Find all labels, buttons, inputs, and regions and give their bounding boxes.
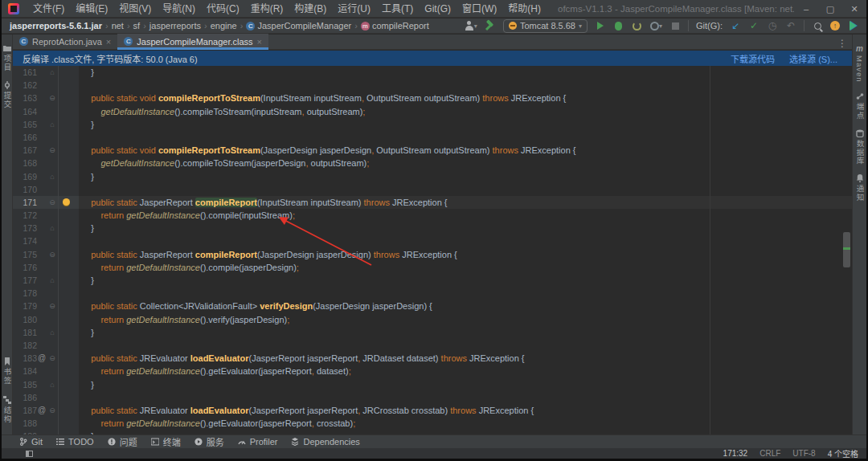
menubar-item[interactable]: 工具(T) <box>376 3 419 14</box>
code-line[interactable]: 177⌂ } <box>13 274 852 287</box>
stripe-item-structure[interactable]: 结构 <box>2 396 13 423</box>
fold-marker-icon[interactable]: ⌂ <box>47 170 58 183</box>
toolwindow-button-dependencies[interactable]: Dependencies <box>291 437 359 447</box>
line-number[interactable]: 182 <box>13 339 37 352</box>
code-line[interactable]: 176 return getDefaultInstance().compile(… <box>13 261 852 274</box>
breadcrumb-item[interactable]: engine <box>211 21 237 31</box>
code-line[interactable]: 185⌂ } <box>13 378 852 391</box>
line-number[interactable]: 163 <box>13 92 37 104</box>
line-separator-widget[interactable]: CRLF <box>760 449 780 458</box>
stripe-item-notifications[interactable]: 通知 <box>854 174 866 202</box>
editor-gutter[interactable]: 169⌂ <box>13 170 79 183</box>
code-line[interactable]: 180 return getDefaultInstance().verify(j… <box>13 313 852 326</box>
intention-bulb-icon[interactable] <box>63 198 70 206</box>
line-number[interactable]: 176 <box>13 261 37 274</box>
code-line[interactable]: 166 <box>13 131 852 144</box>
stripe-item-database[interactable]: 数据库 <box>854 129 866 165</box>
code-editor[interactable]: 161⌂ }162163⊖ public static void compile… <box>13 66 852 434</box>
vcs-history-button[interactable]: ◷ <box>767 19 778 32</box>
editor-gutter[interactable]: 178 <box>13 287 79 300</box>
line-number[interactable]: 177 <box>13 274 37 287</box>
search-everywhere-button[interactable] <box>812 19 823 32</box>
editor-gutter[interactable]: 182 <box>13 339 79 352</box>
code-line[interactable]: 188 return getDefaultInstance().getEvalu… <box>13 417 852 430</box>
breadcrumb-item[interactable]: jasperreports <box>149 21 201 31</box>
fold-marker-icon[interactable]: ⌂ <box>47 274 58 287</box>
editor-gutter[interactable]: 166 <box>13 131 79 144</box>
code-line[interactable]: 170 <box>13 183 852 196</box>
menubar-item[interactable]: 重构(R) <box>245 3 289 14</box>
vcs-commit-button[interactable]: ✓ <box>748 19 760 32</box>
fold-marker-icon[interactable]: ⌂ <box>47 118 58 131</box>
debug-button[interactable] <box>613 19 624 32</box>
code-line[interactable]: 187@⊖ public static JREvaluator loadEval… <box>13 404 852 417</box>
editor-gutter[interactable]: 187@⊖ <box>13 404 79 417</box>
editor-gutter[interactable]: 177⌂ <box>13 274 79 287</box>
code-line[interactable]: 165⌂ } <box>13 118 852 131</box>
editor-gutter[interactable]: 167⊖ <box>13 144 79 157</box>
line-number[interactable]: 165 <box>13 118 37 131</box>
editor-gutter[interactable]: 179⊖ <box>13 300 79 312</box>
editor-gutter[interactable]: 171⊖ <box>13 196 79 209</box>
line-number[interactable]: 169 <box>13 170 37 183</box>
code-line[interactable]: 164 getDefaultInstance().compileToStream… <box>13 105 852 118</box>
menubar-item[interactable]: 文件(F) <box>27 3 70 14</box>
code-line[interactable]: 167⊖ public static void compileReportToS… <box>13 144 852 157</box>
editor-gutter[interactable]: 184 <box>13 365 79 377</box>
menubar-item[interactable]: 视图(V) <box>113 3 157 14</box>
code-with-me-button[interactable] <box>847 19 858 32</box>
editor-gutter[interactable]: 172 <box>13 209 79 222</box>
toolwindow-button-services[interactable]: 服务 <box>194 435 224 448</box>
download-sources-link[interactable]: 下载源代码 <box>731 52 775 65</box>
menubar-item[interactable]: Git(G) <box>419 3 457 14</box>
editor-gutter[interactable]: 183@⊖ <box>13 352 79 365</box>
encoding-widget[interactable]: UTF-8 <box>792 449 815 458</box>
fold-marker-icon[interactable]: ⌂ <box>47 326 58 339</box>
fold-marker-icon[interactable]: ⊖ <box>47 352 58 365</box>
breadcrumb-item[interactable]: jasperreports-5.6.1.jar <box>10 21 102 31</box>
editor-gutter[interactable]: 164 <box>13 105 79 118</box>
editor-gutter[interactable]: 173⌂ <box>13 222 79 235</box>
stripe-item-endpoints[interactable]: 端点 <box>854 92 866 120</box>
line-number[interactable]: 175 <box>13 248 37 261</box>
breadcrumb-item[interactable]: sf <box>133 21 141 31</box>
editor-gutter[interactable]: 170 <box>13 183 79 196</box>
line-number[interactable]: 168 <box>13 157 37 169</box>
breadcrumb-item[interactable]: net <box>112 21 124 31</box>
profiler-button[interactable]: ▾ <box>650 19 662 32</box>
menubar-item[interactable]: 编辑(E) <box>70 3 113 14</box>
editor-gutter[interactable]: 174 <box>13 235 79 247</box>
minimize-button[interactable]: – <box>794 0 818 18</box>
fold-marker-icon[interactable]: ⊖ <box>47 300 58 312</box>
menubar-item[interactable]: 帮助(H) <box>502 3 547 14</box>
toolwindow-layout-icon[interactable] <box>26 451 33 457</box>
menubar-item[interactable]: 代码(C) <box>201 3 245 14</box>
code-line[interactable]: 183@⊖ public static JREvaluator loadEval… <box>13 352 852 365</box>
code-line[interactable]: 178 <box>13 287 852 300</box>
menubar-item[interactable]: 窗口(W) <box>457 3 502 14</box>
line-number[interactable]: 172 <box>13 209 37 222</box>
fold-marker-icon[interactable]: ⌂ <box>47 66 58 79</box>
git-menu-label[interactable]: Git(G): <box>696 21 723 31</box>
stripe-item-project[interactable]: 项目 <box>2 44 13 71</box>
run-button[interactable] <box>595 19 606 32</box>
line-number[interactable]: 187 <box>13 404 37 417</box>
line-number[interactable]: 167 <box>13 144 37 157</box>
vcs-update-button[interactable]: ↙ <box>730 19 741 32</box>
maximize-button[interactable]: ▢ <box>818 0 842 18</box>
line-number[interactable]: 166 <box>13 131 37 144</box>
editor-gutter[interactable]: 181⌂ <box>13 326 79 339</box>
line-number[interactable]: 164 <box>13 105 37 118</box>
code-line[interactable]: 175⊖ public static JasperReport compileR… <box>13 248 852 261</box>
build-project-button[interactable] <box>485 19 496 32</box>
run-configuration-select[interactable]: Tomcat 8.5.68 ▾ <box>503 19 588 33</box>
choose-sources-link[interactable]: 选择源 (S)... <box>789 52 837 65</box>
tab-options-icon[interactable]: ⋮ <box>837 38 852 49</box>
code-line[interactable]: 174 <box>13 235 852 247</box>
fold-marker-icon[interactable]: ⊖ <box>47 196 58 209</box>
code-line[interactable]: 181⌂ } <box>13 326 852 339</box>
line-number[interactable]: 170 <box>13 183 37 196</box>
line-number[interactable]: 178 <box>13 287 37 300</box>
editor-gutter[interactable]: 188 <box>13 417 79 430</box>
stripe-item-bookmarks[interactable]: 书签 <box>2 357 13 385</box>
